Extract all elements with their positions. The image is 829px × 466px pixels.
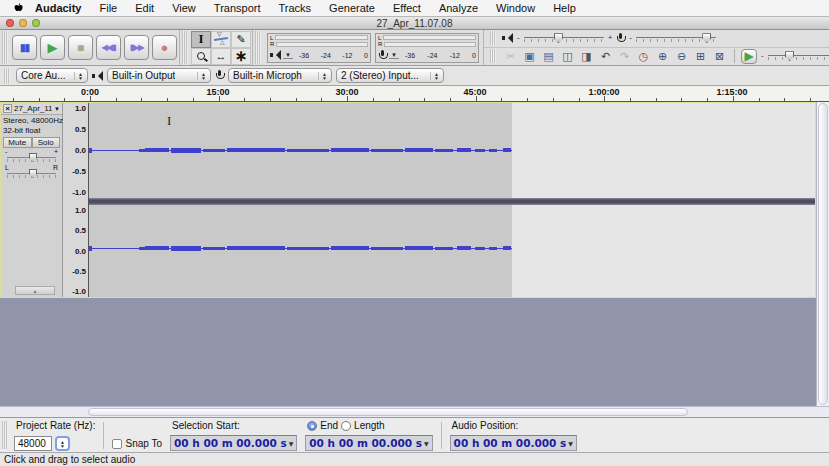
audacity-window: Audacity File Edit View Transport Tracks… — [0, 0, 829, 466]
audio-clip-left[interactable] — [89, 103, 512, 198]
meter-left-label: L — [378, 35, 381, 41]
menu-item-generate[interactable]: Generate — [320, 2, 384, 14]
input-volume-slider[interactable] — [636, 33, 716, 43]
project-rate-stepper[interactable]: ▲▼ — [55, 436, 70, 451]
menu-item-edit[interactable]: Edit — [126, 2, 163, 14]
meter-toolbar-grip[interactable] — [255, 31, 261, 64]
snap-to-checkbox[interactable] — [112, 439, 122, 449]
close-window-button[interactable] — [6, 19, 14, 27]
paste-button[interactable]: ▤ — [540, 49, 557, 64]
device-toolbar-grip[interactable] — [4, 68, 10, 84]
menu-item-audacity[interactable]: Audacity — [26, 2, 90, 14]
selection-toolbar-grip[interactable] — [2, 421, 8, 449]
minimize-window-button[interactable] — [19, 19, 27, 27]
input-meter-dropdown[interactable]: ▼ — [389, 52, 399, 59]
audio-clip-right[interactable] — [89, 205, 512, 297]
edit-toolbar-grip[interactable] — [490, 49, 496, 63]
horizontal-scrollbar-thumb[interactable] — [88, 408, 688, 416]
zoom-in-button[interactable]: ⊕ — [654, 49, 671, 64]
field-dropdown-icon[interactable]: ▼ — [568, 440, 573, 447]
waveform-segment — [89, 246, 92, 251]
mute-button[interactable]: Mute — [3, 137, 32, 148]
menu-item-file[interactable]: File — [90, 2, 126, 14]
field-dropdown-icon[interactable]: ▼ — [424, 440, 429, 447]
vertical-scale-ruler[interactable]: 1.00.50.0-0.5-1.0 1.00.50.0-0.5-1.0 — [63, 103, 89, 297]
trim-button[interactable]: ◫ — [559, 49, 576, 64]
record-button[interactable]: ● — [152, 35, 177, 60]
silence-button[interactable]: ◨ — [578, 49, 595, 64]
playback-speed-slider[interactable] — [768, 51, 829, 61]
length-radio[interactable] — [341, 421, 351, 431]
zoom-tool-button[interactable] — [191, 48, 211, 65]
vertical-scrollbar-thumb[interactable] — [818, 103, 828, 405]
skip-to-end-button[interactable]: ▮▶▶ — [124, 35, 149, 60]
transport-toolbar-grip[interactable] — [2, 31, 8, 64]
vertical-scrollbar[interactable] — [816, 102, 829, 406]
field-dropdown-icon[interactable]: ▼ — [289, 440, 294, 447]
input-device-select[interactable]: Built-in Microph ▲▼ — [228, 68, 332, 83]
multi-tool-button[interactable]: ∗ — [231, 48, 251, 65]
output-device-select[interactable]: Built-in Output ▲▼ — [107, 68, 211, 83]
redo-button[interactable]: ↷ — [616, 49, 633, 64]
play-at-speed-button[interactable]: ▶ — [741, 49, 757, 64]
end-radio[interactable] — [307, 421, 317, 431]
draw-tool-button[interactable]: ✎ — [231, 31, 251, 48]
audio-host-select[interactable]: Core Au... ▲▼ — [16, 68, 88, 83]
skip-to-start-button[interactable]: ◀◀▮ — [96, 35, 121, 60]
selection-start-field[interactable]: 00 h 00 m 00.000 s ▼ — [170, 435, 297, 451]
sync-lock-button[interactable]: ◷ — [635, 49, 652, 64]
menu-item-transport[interactable]: Transport — [205, 2, 270, 14]
output-volume-slider[interactable] — [524, 33, 604, 43]
menu-item-view[interactable]: View — [163, 2, 205, 14]
track-area-background[interactable]: × 27_Apr_11. ▼ Stereo, 48000Hz 32-bit fl… — [0, 102, 829, 406]
track-menu-dropdown[interactable]: ▼ — [54, 106, 60, 112]
menu-item-effect[interactable]: Effect — [384, 2, 430, 14]
waveform-channel-left[interactable]: I — [89, 103, 815, 198]
meter-left-label: L — [270, 35, 273, 41]
play-button[interactable]: ▶ — [40, 35, 65, 60]
tools-toolbar-grip[interactable] — [182, 31, 188, 64]
input-meter[interactable]: L R ▼ -36-24-120 — [375, 33, 479, 63]
menu-item-window[interactable]: Window — [487, 2, 544, 14]
menu-item-tracks[interactable]: Tracks — [270, 2, 321, 14]
input-channels-select[interactable]: 2 (Stereo) Input... ▲▼ — [336, 68, 444, 83]
horizontal-scrollbar[interactable] — [0, 406, 829, 417]
zoom-window-button[interactable] — [32, 19, 40, 27]
menu-item-help[interactable]: Help — [544, 2, 585, 14]
timeshift-tool-button[interactable]: ↔ — [211, 48, 231, 65]
pan-slider[interactable]: L R — [7, 168, 56, 180]
gain-slider[interactable]: - + — [7, 152, 56, 164]
waveform-channel-right[interactable] — [89, 205, 815, 297]
audio-position-field[interactable]: 00 h 00 m 00.000 s ▼ — [450, 435, 577, 451]
output-meter-dropdown[interactable]: ▼ — [283, 52, 293, 59]
zoom-out-button[interactable]: ⊖ — [673, 49, 690, 64]
envelope-tool-button[interactable]: ▽△ — [211, 31, 231, 48]
menu-item-analyze[interactable]: Analyze — [430, 2, 487, 14]
stop-icon: ■ — [77, 41, 84, 55]
title-bar[interactable]: 27_Apr_11.07.08 — [0, 17, 829, 30]
project-rate-input[interactable]: 48000 — [14, 436, 52, 451]
mixer-toolbar-grip[interactable] — [490, 31, 496, 45]
collapse-track-button[interactable]: ▲ — [15, 286, 55, 295]
selection-tool-button[interactable]: I — [191, 31, 211, 48]
output-meter[interactable]: L R ▼ -36-24-120 — [267, 33, 371, 63]
scale-label: 1.0 — [75, 206, 86, 215]
meter-right-label: R — [270, 41, 274, 47]
waveform-area[interactable]: I — [89, 103, 815, 297]
fit-selection-button[interactable]: ⊞ — [692, 49, 709, 64]
solo-button[interactable]: Solo — [32, 137, 61, 148]
selection-end-field[interactable]: 00 h 00 m 00.000 s ▼ — [305, 435, 432, 451]
db-label: -24 — [427, 52, 437, 59]
toolbar-separator — [441, 422, 442, 449]
copy-button[interactable]: ▣ — [521, 49, 538, 64]
pause-button[interactable]: ▮▮ — [12, 35, 37, 60]
timeline-ruler[interactable]: 0:0015:0030:0045:001:00:001:15:00 — [0, 86, 829, 102]
stop-button[interactable]: ■ — [68, 35, 93, 60]
close-track-button[interactable]: × — [3, 104, 12, 113]
db-label: -36 — [405, 52, 415, 59]
undo-button[interactable]: ↶ — [597, 49, 614, 64]
audio-track[interactable]: × 27_Apr_11. ▼ Stereo, 48000Hz 32-bit fl… — [0, 102, 816, 298]
cut-button[interactable]: ✂ — [502, 49, 519, 64]
apple-menu-icon[interactable] — [10, 2, 26, 14]
fit-project-button[interactable]: ⊠ — [711, 49, 728, 64]
